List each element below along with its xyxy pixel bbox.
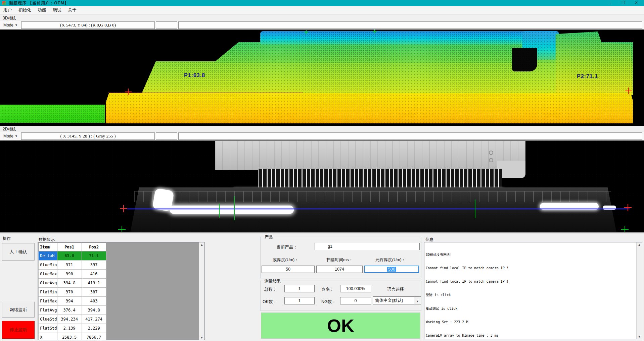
chevron-down-icon: ▼: [15, 23, 18, 27]
camera2d-viewport[interactable]: [0, 140, 644, 233]
info-label: 信息: [425, 237, 433, 242]
marker-cross-top2: [373, 30, 377, 34]
camera3d-mode-button[interactable]: Mode ▼: [2, 22, 19, 28]
log-text: 3D相机没有网络! Cannot find local IP to match …: [426, 243, 635, 339]
minimize-button[interactable]: –: [604, 0, 617, 6]
image-noise: [0, 140, 644, 233]
allow-thickness-label: 允许厚度(Um)：: [375, 257, 406, 263]
table-row[interactable]: GlueMin371397: [39, 261, 106, 270]
network-listen-button[interactable]: 网络监听: [2, 302, 35, 318]
scroll-up-icon[interactable]: ▲: [199, 243, 204, 246]
camera2d-info-box: [178, 132, 642, 140]
title-bar: 测膜程序 【当前用户：OEM】 – ❐ ✕: [0, 0, 644, 6]
chevron-down-icon: ▼: [15, 134, 18, 138]
film-thickness-label: 膜厚度(Um)：: [273, 257, 299, 263]
total-label: 总数：: [264, 287, 277, 292]
heightmap-noise: [101, 30, 635, 126]
menu-init[interactable]: 初始化: [15, 6, 35, 14]
table-row[interactable]: GlueAvg394.8419.1: [39, 279, 106, 288]
log-line: 集成调试 is click: [426, 306, 635, 311]
chevron-down-icon: ∨: [414, 297, 421, 304]
col-item: Item: [39, 243, 57, 251]
p2-annotation: P2:71.1: [577, 73, 598, 79]
yield-label: 良率：: [321, 287, 334, 292]
log-scrollbar[interactable]: ▲ ▼: [636, 242, 642, 339]
camera2d-coordinate-readout: ( X 3145, Y 28 ) : ( Gray 255 ): [21, 132, 155, 140]
log-line: 3D相机没有网络!: [426, 252, 635, 257]
camera2d-aux-box: [156, 132, 177, 140]
operation-label: 操作: [3, 236, 11, 241]
marker-cross-left: [125, 89, 132, 95]
table-row[interactable]: X2583.57866.7: [39, 333, 106, 341]
maximize-button[interactable]: ❐: [617, 0, 630, 6]
current-product-label: 当前产品：: [276, 244, 297, 250]
camera3d-info-box: [178, 21, 642, 29]
log-line: Working Set : 223.2 M: [426, 320, 635, 324]
window-title: 测膜程序 【当前用户：OEM】: [9, 0, 69, 6]
manual-confirm-button[interactable]: 人工确认: [2, 243, 35, 261]
table-row[interactable]: FlatMin370387: [39, 288, 106, 297]
camera3d-label: 3D相机: [3, 15, 16, 21]
table-row[interactable]: GlueStd394.234417.274: [39, 315, 106, 324]
film-thickness-field[interactable]: 50: [262, 266, 315, 273]
table-row[interactable]: FlatStd2.1392.229: [39, 324, 106, 333]
stop-listen-button[interactable]: 停止监听: [2, 321, 35, 339]
scan-time-field[interactable]: 1074: [316, 266, 363, 273]
camera3d-aux-box: [156, 21, 177, 29]
measurement-table: Item Pos1 Pos2 DeltaH63.871.1 GlueMin371…: [38, 243, 106, 340]
language-select[interactable]: 简体中文(默认) ∨: [373, 296, 421, 304]
menu-bar: 用户 初始化 功能 调试 关于: [0, 6, 644, 15]
ok-count-label: OK数：: [263, 299, 277, 305]
data-grid-panel[interactable]: Item Pos1 Pos2 DeltaH63.871.1 GlueMin371…: [38, 242, 205, 340]
status-banner: OK: [261, 312, 420, 339]
menu-function[interactable]: 功能: [35, 6, 50, 14]
yield-field[interactable]: 100.000%: [340, 285, 371, 292]
table-scrollbar[interactable]: ▲ ▼: [199, 242, 204, 340]
menu-debug[interactable]: 调试: [50, 6, 65, 14]
bottom-area: 操作 人工确认 网络监听 停止监听 数据显示 Item Pos1 Pos2 De…: [0, 233, 644, 341]
camera3d-viewport[interactable]: P1:63.8 P2:71.1: [0, 30, 644, 126]
col-pos1: Pos1: [57, 243, 82, 251]
total-field[interactable]: 1: [284, 285, 315, 292]
menu-about[interactable]: 关于: [65, 6, 80, 14]
close-button[interactable]: ✕: [630, 0, 643, 6]
log-line: CameraLV array to HImage time : 3 ms: [426, 333, 635, 338]
camera2d-mode-button[interactable]: Mode ▼: [2, 133, 19, 139]
marker-cross-right: [625, 88, 632, 94]
left-strip-noise: [0, 105, 105, 123]
col-pos2: Pos2: [82, 243, 106, 251]
table-row[interactable]: DeltaH63.871.1: [39, 251, 106, 261]
log-panel[interactable]: 3D相机没有网络! Cannot find local IP to match …: [424, 242, 642, 339]
selected-text: 500: [387, 267, 396, 272]
camera3d-toolbar: Mode ▼ (X 5473, Y 84) : (R 0,G 0,B 0): [0, 21, 644, 30]
product-label: 产品: [263, 234, 274, 240]
table-row[interactable]: GlueMax390416: [39, 270, 106, 279]
app-window: 测膜程序 【当前用户：OEM】 – ❐ ✕ 用户 初始化 功能 调试 关于 3D…: [0, 0, 644, 341]
log-line: Cannot find local IP to match camera IP …: [426, 266, 635, 270]
scan-time-label: 扫描时间ms：: [326, 257, 353, 263]
app-icon: [2, 1, 6, 5]
ng-count-field[interactable]: 0: [340, 297, 371, 304]
data-display-label: 数据显示: [39, 237, 55, 242]
table-row[interactable]: FlatAvg376.4394.8: [39, 306, 106, 315]
camera2d-toolbar: Mode ▼ ( X 3145, Y 28 ) : ( Gray 255 ): [0, 132, 644, 140]
table-row[interactable]: FlatMax394403: [39, 297, 106, 306]
table-header-row: Item Pos1 Pos2: [39, 243, 106, 251]
log-line: Cannot find local IP to match camera IP …: [426, 279, 635, 284]
menu-user[interactable]: 用户: [0, 6, 15, 14]
language-label: 语言选择: [387, 287, 404, 292]
camera2d-label: 2D相机: [3, 126, 16, 132]
log-line: 登陆 is click: [426, 293, 635, 297]
current-product-field[interactable]: g1: [315, 243, 420, 250]
ng-count-label: NG数：: [321, 299, 336, 305]
marker-cross-top1: [304, 30, 308, 34]
scroll-down-icon[interactable]: ▼: [637, 335, 642, 338]
allow-thickness-field[interactable]: 500: [364, 266, 419, 273]
scroll-up-icon[interactable]: ▲: [637, 243, 642, 246]
p1-annotation: P1:63.8: [184, 72, 205, 78]
results-label: 测量结果: [263, 278, 282, 284]
scroll-down-icon[interactable]: ▼: [199, 336, 204, 339]
ok-count-field[interactable]: 1: [284, 297, 315, 304]
camera3d-coordinate-readout: (X 5473, Y 84) : (R 0,G 0,B 0): [21, 21, 155, 29]
